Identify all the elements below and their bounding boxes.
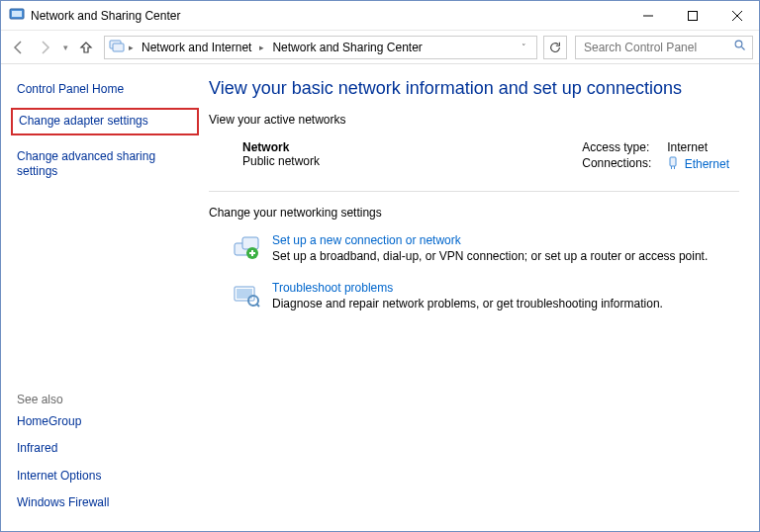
change-settings-label: Change your networking settings [209, 206, 739, 220]
network-name: Network [242, 140, 320, 154]
troubleshoot-icon [233, 281, 260, 309]
maximize-button[interactable] [670, 1, 714, 31]
search-icon [734, 40, 746, 54]
troubleshoot-desc: Diagnose and repair network problems, or… [272, 297, 663, 310]
svg-point-8 [735, 41, 742, 47]
page-title: View your basic network information and … [209, 78, 739, 99]
breadcrumb-segment[interactable]: Network and Sharing Center [268, 39, 426, 56]
svg-rect-1 [12, 11, 22, 17]
see-also-firewall-link[interactable]: Windows Firewall [17, 489, 193, 517]
nav-forward-button[interactable] [33, 36, 56, 59]
refresh-button[interactable] [543, 36, 567, 59]
see-also-homegroup-link[interactable]: HomeGroup [17, 408, 193, 436]
breadcrumb-segment[interactable]: Network and Internet [138, 39, 255, 56]
setup-connection-link[interactable]: Set up a new connection or network [272, 233, 708, 247]
svg-rect-7 [113, 44, 124, 51]
svg-rect-10 [670, 157, 676, 166]
network-type: Public network [242, 154, 320, 168]
setup-connection-row: Set up a new connection or network Set u… [209, 227, 739, 275]
network-info: Network Public network [242, 140, 320, 173]
sidebar-adapter-settings-link[interactable]: Change adapter settings [11, 108, 199, 135]
svg-rect-3 [688, 12, 697, 21]
svg-rect-14 [242, 237, 258, 249]
see-also-internet-options-link[interactable]: Internet Options [17, 463, 193, 490]
search-input[interactable] [582, 40, 734, 55]
minimize-button[interactable] [625, 1, 670, 31]
titlebar: Network and Sharing Center [1, 1, 759, 31]
see-also-infrared-link[interactable]: Infrared [17, 435, 193, 463]
sidebar-spacer [17, 186, 193, 387]
navbar: ▾ ▸ Network and Internet ▸ Network and S… [1, 31, 759, 64]
chevron-right-icon[interactable]: ▸ [257, 43, 266, 52]
titlebar-left: Network and Sharing Center [1, 6, 180, 25]
access-type-value: Internet [667, 140, 729, 154]
setup-connection-icon [233, 233, 260, 261]
body-area: Control Panel Home Change adapter settin… [1, 64, 759, 531]
troubleshoot-text: Troubleshoot problems Diagnose and repai… [272, 281, 663, 310]
close-button[interactable] [714, 1, 759, 31]
setup-connection-desc: Set up a broadband, dial-up, or VPN conn… [272, 249, 708, 263]
svg-line-19 [256, 304, 259, 307]
active-networks-panel: Network Public network Access type: Inte… [209, 140, 739, 192]
connections-value: Ethernet [667, 156, 729, 173]
main-content: View your basic network information and … [209, 64, 759, 531]
window-frame: Network and Sharing Center ▾ [0, 0, 760, 532]
address-bar[interactable]: ▸ Network and Internet ▸ Network and Sha… [104, 36, 537, 59]
troubleshoot-row: Troubleshoot problems Diagnose and repai… [209, 275, 739, 322]
search-box[interactable] [575, 36, 753, 59]
ethernet-icon [667, 156, 679, 173]
ethernet-link[interactable]: Ethernet [685, 157, 729, 171]
nav-back-button[interactable] [7, 36, 31, 59]
sidebar: Control Panel Home Change adapter settin… [1, 64, 209, 531]
network-details: Access type: Internet Connections: Ether… [582, 140, 729, 173]
access-type-label: Access type: [582, 140, 651, 154]
svg-line-9 [742, 47, 745, 50]
chevron-right-icon[interactable]: ▸ [127, 43, 136, 52]
address-icon [109, 38, 125, 56]
connections-label: Connections: [582, 156, 651, 173]
sidebar-home-link[interactable]: Control Panel Home [17, 78, 193, 100]
nav-up-button[interactable] [74, 36, 98, 59]
control-panel-icon [9, 6, 25, 25]
nav-recent-dropdown[interactable]: ▾ [58, 36, 72, 59]
see-also-label: See also [17, 387, 193, 408]
address-dropdown[interactable]: ˅ [516, 43, 532, 52]
setup-connection-text: Set up a new connection or network Set u… [272, 233, 708, 263]
sidebar-advanced-sharing-link[interactable]: Change advanced sharing settings [17, 143, 193, 186]
window-controls [625, 1, 759, 30]
active-networks-label: View your active networks [209, 113, 739, 127]
window-title: Network and Sharing Center [31, 9, 180, 23]
troubleshoot-link[interactable]: Troubleshoot problems [272, 281, 663, 295]
